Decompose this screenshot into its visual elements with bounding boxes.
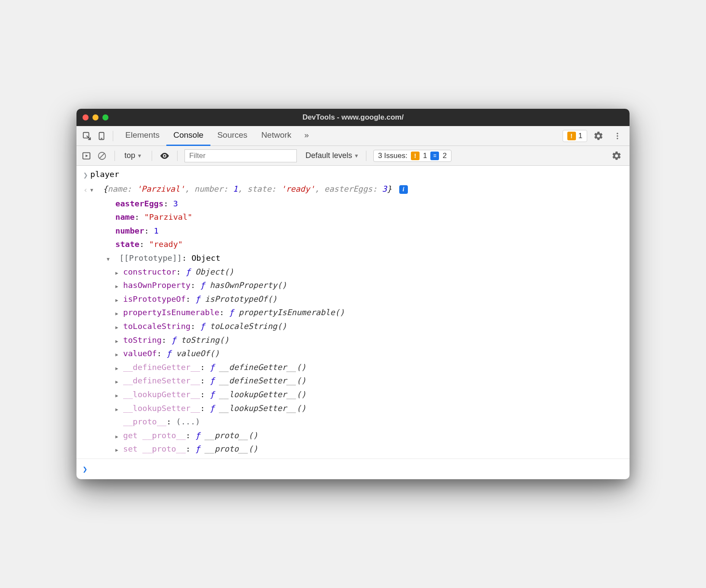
expand-caret-icon[interactable]: [115, 279, 123, 292]
object-property-row[interactable]: easterEggs: 3: [76, 197, 630, 211]
method-signature: __proto__(): [205, 431, 258, 440]
object-property-row[interactable]: state: "ready": [76, 237, 630, 251]
method-signature: toLocaleString(): [210, 322, 287, 331]
warning-count: 1: [579, 132, 582, 140]
log-levels-selector[interactable]: Default levels▼: [305, 151, 359, 160]
tab-elements[interactable]: Elements: [118, 126, 166, 146]
output-marker-icon: ‹: [81, 183, 90, 196]
prototype-method-row[interactable]: valueOf: ƒ valueOf(): [76, 347, 630, 360]
warnings-badge[interactable]: 1: [563, 130, 587, 142]
prototype-method-row[interactable]: __proto__: (...): [76, 415, 630, 429]
method-name: toString: [123, 335, 162, 345]
prototype-method-row[interactable]: __defineGetter__: ƒ __defineGetter__(): [76, 360, 630, 374]
svg-point-3: [617, 133, 618, 134]
prototype-method-row[interactable]: isPrototypeOf: ƒ isPrototypeOf(): [76, 292, 630, 306]
settings-icon[interactable]: [590, 131, 607, 141]
issues-info-count: 2: [442, 152, 446, 160]
method-name: hasOwnProperty: [123, 281, 191, 290]
prototype-method-row[interactable]: constructor: ƒ Object(): [76, 265, 630, 279]
context-selector[interactable]: top▼: [122, 151, 145, 160]
expand-caret-icon[interactable]: [115, 388, 123, 401]
object-property-row[interactable]: name: "Parzival": [76, 210, 630, 224]
console-input-echo[interactable]: ❯ player: [76, 168, 630, 182]
divider: [177, 151, 178, 161]
method-name: set __proto__: [123, 444, 186, 453]
property-value: "ready": [149, 240, 183, 249]
preview-value: 3: [382, 184, 387, 193]
device-toggle-icon[interactable]: [95, 130, 108, 142]
issues-warn-count: 1: [423, 152, 427, 160]
tab-sources[interactable]: Sources: [210, 126, 254, 146]
property-key: easterEggs: [115, 199, 163, 208]
expand-caret-icon[interactable]: [115, 334, 123, 347]
live-expression-icon[interactable]: [159, 150, 170, 161]
prototype-method-row[interactable]: propertyIsEnumerable: ƒ propertyIsEnumer…: [76, 306, 630, 319]
prototype-row[interactable]: [[Prototype]]: Object: [76, 251, 630, 265]
method-signature: __lookupSetter__(): [219, 404, 306, 413]
preview-value: 'Parzival': [137, 184, 184, 193]
sidebar-toggle-icon[interactable]: [81, 150, 92, 161]
tab-network[interactable]: Network: [254, 126, 299, 146]
svg-line-9: [100, 153, 105, 158]
issues-badge[interactable]: 3 Issues: 1 2: [373, 150, 452, 162]
tabs-overflow[interactable]: »: [301, 126, 312, 146]
expand-caret-icon[interactable]: [115, 361, 123, 374]
console-prompt[interactable]: ❯: [76, 458, 630, 479]
expand-caret-icon[interactable]: [115, 402, 123, 415]
expand-caret-icon[interactable]: [115, 347, 123, 360]
property-value: "Parzival": [144, 212, 192, 221]
zoom-icon[interactable]: [102, 114, 108, 120]
expand-caret-icon[interactable]: [115, 443, 123, 455]
method-name: __lookupGetter__: [123, 390, 200, 399]
expand-caret-icon[interactable]: [115, 320, 123, 333]
expand-caret-icon[interactable]: [90, 183, 98, 196]
close-icon[interactable]: [83, 114, 89, 120]
method-name: toLocaleString: [123, 322, 191, 331]
console-output: ❯ player ‹ {name: 'Parzival', number: 1,…: [76, 166, 630, 479]
window-title: DevTools - www.google.com/: [76, 113, 630, 122]
more-icon[interactable]: [610, 132, 625, 140]
method-signature: hasOwnProperty(): [210, 281, 287, 290]
divider: [152, 151, 152, 161]
expand-caret-icon[interactable]: [115, 306, 123, 319]
expand-caret-icon[interactable]: [115, 266, 123, 278]
preview-key: number: [194, 184, 223, 193]
method-name: __defineGetter__: [123, 363, 200, 372]
expand-caret-icon[interactable]: [115, 374, 123, 387]
property-key: state: [115, 240, 140, 249]
prototype-method-row[interactable]: hasOwnProperty: ƒ hasOwnProperty(): [76, 278, 630, 292]
prototype-method-row[interactable]: __lookupSetter__: ƒ __lookupSetter__(): [76, 401, 630, 415]
prototype-method-row[interactable]: toString: ƒ toString(): [76, 333, 630, 347]
console-output-row[interactable]: ‹ {name: 'Parzival', number: 1, state: '…: [76, 182, 630, 197]
property-key: name: [115, 212, 135, 221]
prototype-method-row[interactable]: set __proto__: ƒ __proto__(): [76, 442, 630, 456]
expand-caret-icon[interactable]: [115, 293, 123, 306]
minimize-icon[interactable]: [92, 114, 99, 120]
expand-caret-icon[interactable]: [115, 429, 123, 442]
inspect-icon[interactable]: [81, 130, 93, 142]
prototype-method-row[interactable]: get __proto__: ƒ __proto__(): [76, 429, 630, 443]
method-signature: __defineSetter__(): [219, 376, 306, 385]
divider: [366, 151, 366, 161]
method-signature: valueOf(): [176, 349, 219, 358]
tab-console[interactable]: Console: [166, 126, 210, 146]
object-property-row[interactable]: number: 1: [76, 224, 630, 238]
input-marker-icon: ❯: [81, 168, 90, 182]
divider: [113, 131, 113, 141]
prototype-method-row[interactable]: __defineSetter__: ƒ __defineSetter__(): [76, 374, 630, 388]
clear-console-icon[interactable]: [96, 150, 108, 161]
method-name: __lookupSetter__: [123, 404, 200, 413]
method-signature: propertyIsEnumerable(): [239, 308, 344, 317]
preview-value: 1: [233, 184, 238, 193]
method-signature: __lookupGetter__(): [219, 390, 306, 399]
prototype-method-row[interactable]: toLocaleString: ƒ toLocaleString(): [76, 319, 630, 333]
expand-caret-icon[interactable]: [107, 252, 114, 265]
method-signature: (...): [176, 417, 200, 426]
prompt-caret-icon: ❯: [83, 464, 87, 474]
prototype-method-row[interactable]: __lookupGetter__: ƒ __lookupGetter__(): [76, 388, 630, 401]
filter-input[interactable]: [184, 149, 297, 162]
divider: [114, 151, 115, 161]
info-badge-icon[interactable]: i: [399, 185, 408, 194]
console-settings-icon[interactable]: [608, 151, 625, 161]
svg-point-5: [617, 138, 618, 139]
